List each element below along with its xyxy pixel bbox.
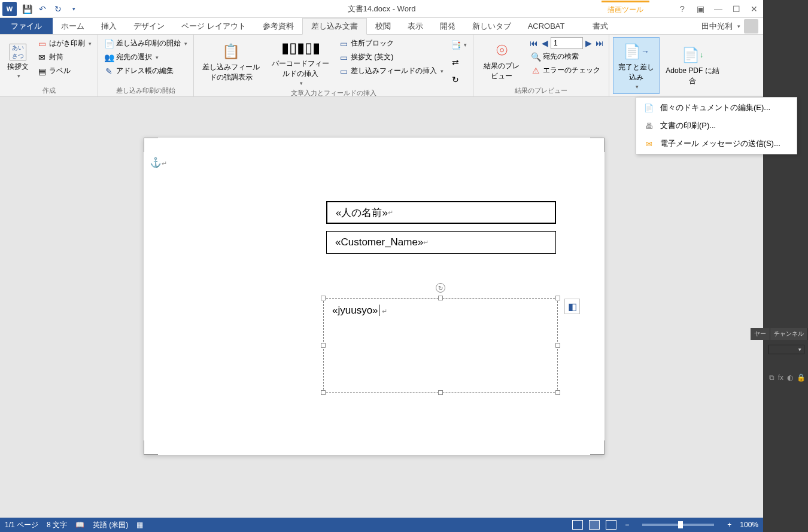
tab-developer[interactable]: 開発 <box>432 18 464 34</box>
zoom-out-button[interactable]: − <box>625 521 629 529</box>
zoom-slider[interactable] <box>642 524 714 526</box>
check-errors-button[interactable]: ⚠エラーのチェック <box>528 64 605 77</box>
tab-design[interactable]: デザイン <box>125 18 173 34</box>
textbox-customer[interactable]: «Customer_Name»↵ <box>326 231 556 254</box>
address-block-button[interactable]: ▭住所ブロック <box>336 37 446 50</box>
print-documents-item[interactable]: 🖶 文書の印刷(P)... <box>637 117 795 135</box>
send-email-item[interactable]: ✉ 電子メール メッセージの送信(S)... <box>637 135 795 153</box>
greeting-line-button[interactable]: ▭挨拶文 (英文) <box>336 51 446 63</box>
match-icon: ⇄ <box>451 57 460 67</box>
resize-handle[interactable] <box>438 390 443 395</box>
side-dropdown[interactable]: ▾ <box>768 345 804 354</box>
resize-handle[interactable] <box>321 390 326 395</box>
side-tab-layer[interactable]: ヤー <box>751 328 770 340</box>
first-record-button[interactable]: ⏮ <box>528 37 539 49</box>
word-count[interactable]: 8 文字 <box>47 520 67 530</box>
hagaki-button[interactable]: ▭はがき印刷▾ <box>35 37 94 50</box>
resize-handle[interactable] <box>321 296 326 300</box>
spellcheck-icon[interactable]: 📖 <box>75 521 84 529</box>
barcode-button[interactable]: ▮▯▮▯▮ バーコードフィールドの挿入▾ <box>267 37 334 87</box>
redo-icon[interactable]: ↻ <box>53 4 63 14</box>
match-fields-button[interactable]: ⇄ <box>448 56 469 68</box>
group-start-label: 差し込み印刷の開始 <box>102 85 190 95</box>
preview-results-button[interactable]: ⦾ 結果のプレビュー <box>477 37 526 85</box>
tab-view[interactable]: 表示 <box>399 18 432 34</box>
save-icon[interactable]: 💾 <box>22 4 32 14</box>
insert-field-button[interactable]: ▭差し込みフィールドの挿入▾ <box>336 65 446 77</box>
resize-handle[interactable] <box>321 343 326 348</box>
group-create-label: 作成 <box>4 85 94 95</box>
tab-home[interactable]: ホーム <box>53 18 93 34</box>
layout-options-button[interactable]: ◧ <box>564 299 580 314</box>
maximize-icon[interactable]: ☐ <box>727 2 745 16</box>
qat-customize-icon[interactable]: ▾ <box>68 4 79 14</box>
prev-record-button[interactable]: ◀ <box>540 37 549 49</box>
greeting-button[interactable]: あいさつ 挨拶文 ▾ <box>4 37 32 85</box>
web-layout-button[interactable] <box>606 520 616 530</box>
textbox-name[interactable]: «人の名前»↵ <box>326 201 556 224</box>
tab-acrobat[interactable]: ACROBAT <box>520 18 573 34</box>
macro-icon[interactable]: ▦ <box>136 521 143 529</box>
chevron-down-icon: ▾ <box>737 23 740 29</box>
zoom-level[interactable]: 100% <box>740 521 758 529</box>
fx-icon[interactable]: fx <box>778 373 783 382</box>
last-record-button[interactable]: ⏭ <box>594 37 605 49</box>
greeting-label: 挨拶文 <box>7 62 29 72</box>
avatar[interactable] <box>744 19 758 34</box>
textbox-address-selected[interactable]: ↻ «jyuusyo» ↵ ◧ <box>323 298 558 393</box>
label-button[interactable]: ▤ラベル <box>35 65 94 77</box>
tab-page-layout[interactable]: ページ レイアウト <box>173 18 254 34</box>
edit-recipients-button[interactable]: ✎アドレス帳の編集 <box>102 65 190 77</box>
tab-file[interactable]: ファイル <box>0 18 53 34</box>
highlight-fields-button[interactable]: 📋 差し込みフィールドの強調表示 <box>198 37 265 87</box>
rules-button[interactable]: 📑▾ <box>448 39 469 51</box>
tab-mailings[interactable]: 差し込み文書 <box>302 18 367 35</box>
start-mailmerge-button[interactable]: 📄差し込み印刷の開始▾ <box>102 37 190 50</box>
help-icon[interactable]: ? <box>673 2 691 16</box>
update-icon: ↻ <box>451 75 460 84</box>
merge-field-name: «人の名前» <box>336 206 388 220</box>
close-icon[interactable]: ✕ <box>745 2 763 16</box>
read-mode-button[interactable] <box>572 520 583 530</box>
adobe-pdf-icon: 📄↓ <box>683 45 702 65</box>
resize-handle[interactable] <box>438 296 443 300</box>
link-icon[interactable]: ⧉ <box>769 373 774 382</box>
edit-documents-item[interactable]: 📄 個々のドキュメントの編集(E)... <box>637 99 795 117</box>
print-layout-button[interactable] <box>589 520 600 530</box>
tab-new[interactable]: 新しいタブ <box>464 18 520 34</box>
address-block-icon: ▭ <box>339 39 348 48</box>
update-labels-button[interactable]: ↻ <box>448 74 469 86</box>
account-area[interactable]: 田中光利 ▾ <box>697 18 763 34</box>
resize-handle[interactable] <box>555 343 560 348</box>
next-record-button[interactable]: ▶ <box>584 37 593 49</box>
finish-merge-button[interactable]: 📄→ 完了と差し込み▾ <box>613 37 660 94</box>
undo-icon[interactable]: ↶ <box>37 4 48 14</box>
resize-handle[interactable] <box>555 296 560 300</box>
resize-handle[interactable] <box>555 390 560 395</box>
tab-format[interactable]: 書式 <box>584 18 616 34</box>
record-number-input[interactable] <box>551 37 583 49</box>
recipients-icon: 👥 <box>104 53 114 62</box>
tab-review[interactable]: 校閲 <box>367 18 399 34</box>
adobe-pdf-button[interactable]: 📄↓ Adobe PDF に結合 <box>662 37 723 94</box>
print-icon: 🖶 <box>643 120 654 131</box>
language[interactable]: 英語 (米国) <box>93 520 128 530</box>
page-count[interactable]: 1/1 ページ <box>5 520 38 530</box>
envelope-button[interactable]: ✉封筒 <box>35 51 94 63</box>
lock-icon[interactable]: 🔒 <box>797 373 806 382</box>
ribbon-display-icon[interactable]: ▣ <box>691 2 709 16</box>
tab-insert[interactable]: 挿入 <box>93 18 125 34</box>
minimize-icon[interactable]: — <box>709 2 727 16</box>
rotate-handle[interactable]: ↻ <box>436 283 445 293</box>
tab-references[interactable]: 参考資料 <box>254 18 302 34</box>
merge-field-customer: «Customer_Name» <box>335 236 423 248</box>
envelope-icon: ✉ <box>37 53 47 62</box>
zoom-in-button[interactable]: + <box>727 521 731 529</box>
side-tab-channel[interactable]: チャンネル <box>770 328 808 340</box>
select-recipients-button[interactable]: 👥宛先の選択▾ <box>102 51 190 63</box>
word-app-icon[interactable]: W <box>2 2 17 16</box>
find-recipient-button[interactable]: 🔍宛先の検索 <box>528 50 605 63</box>
document-canvas[interactable]: ⚓↵ «人の名前»↵ «Customer_Name»↵ ↻ «jyuusyo» … <box>0 97 763 518</box>
mask-icon[interactable]: ◐ <box>787 373 793 382</box>
finish-icon: 📄→ <box>627 42 646 61</box>
